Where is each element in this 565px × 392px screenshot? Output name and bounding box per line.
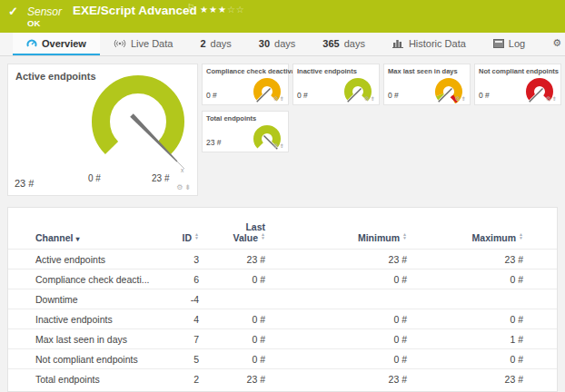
column-header-last-value[interactable]: LastValue▲▼	[206, 222, 273, 250]
compliance-gauge	[247, 73, 287, 109]
sensor-header-bar: ✓ Sensor EXE/Script Advanced ⚐ ★★★☆☆ OK	[0, 0, 565, 33]
max-last-seen-gauge	[429, 73, 469, 109]
tab-settings[interactable]: ⚙ Settings	[539, 33, 565, 55]
minimum-value: 0 #	[273, 270, 414, 289]
sort-icon: ▲▼	[261, 232, 265, 240]
last-value: 0 #	[206, 309, 273, 329]
gauge-scale-max: 23 #	[152, 173, 169, 183]
channel-id: 2	[163, 369, 206, 389]
channel-name: Total endpoints	[8, 369, 163, 389]
maximum-value: 0 #	[414, 270, 530, 289]
channel-table: Channel▾ ID▲▼ LastValue▲▼ Minimum▲▼ Maxi…	[8, 222, 558, 388]
gauge-settings-icon[interactable]: ⚙	[455, 95, 461, 102]
sort-icon: ▲▼	[519, 232, 523, 240]
gauge-settings-icon[interactable]: ⚙	[364, 95, 371, 102]
maximum-value: 0 #	[414, 309, 530, 329]
column-header-id[interactable]: ID▲▼	[163, 222, 206, 250]
gauge-panel-max-last-seen[interactable]: Max last seen in days 0 # ⚙⇟	[383, 64, 471, 105]
pin-icon[interactable]: ⇟	[280, 95, 285, 102]
last-value: 23 #	[206, 369, 273, 389]
channel-name: Not compliant endpoints	[8, 349, 163, 369]
tab-30-days[interactable]: 30 days	[245, 33, 310, 55]
sort-desc-icon: ▾	[75, 235, 79, 243]
gauge-panel-total-endpoints[interactable]: Total endpoints 23 # ⚙⇟	[202, 111, 289, 152]
not-compliant-gauge	[520, 73, 560, 109]
table-row: Max last seen in days 7 0 # 0 # 1 #	[8, 329, 558, 349]
tab-365-days[interactable]: 365 days	[309, 33, 379, 55]
minimum-value: 0 #	[273, 349, 414, 369]
column-header-maximum[interactable]: Maximum▲▼	[414, 222, 530, 250]
minimum-value: 0 #	[273, 309, 414, 329]
channel-id: 6	[163, 270, 206, 289]
channel-id: 5	[163, 349, 206, 369]
tab-bar: Overview Live Data 2 days 30 days 365 da…	[0, 33, 565, 56]
minimum-value: 23 #	[273, 369, 414, 389]
gauge-value: 23 #	[15, 178, 34, 189]
tab-log[interactable]: Log	[480, 33, 539, 55]
channel-name: Active endpoints	[8, 250, 163, 270]
pin-icon[interactable]: ⇟	[371, 95, 376, 102]
log-list-icon	[493, 39, 504, 48]
channel-id: 7	[163, 329, 206, 349]
object-kind-label: Sensor	[27, 5, 62, 18]
gauge-value: 0 #	[388, 91, 399, 100]
table-row: Downtime -4	[8, 289, 558, 309]
column-header-channel[interactable]: Channel▾	[8, 222, 163, 250]
maximum-value: 23 #	[414, 250, 530, 270]
gauge-value: 0 #	[206, 91, 217, 100]
pin-icon[interactable]: ⇟	[552, 95, 558, 102]
gauge-icon	[26, 38, 37, 49]
tab-live-data[interactable]: Live Data	[100, 33, 186, 55]
last-value: 23 #	[206, 250, 273, 270]
pin-icon[interactable]: ⇟	[184, 183, 193, 191]
table-row: Total endpoints 2 23 # 23 # 23 #	[8, 369, 558, 389]
sort-icon: ▲▼	[194, 232, 199, 240]
minimum-value: 23 #	[273, 250, 414, 270]
pin-icon[interactable]: ⇟	[280, 142, 285, 149]
tab-2-days[interactable]: 2 days	[186, 33, 244, 55]
maximum-value: 1 #	[414, 329, 530, 349]
maximum-value	[414, 289, 530, 309]
column-header-minimum[interactable]: Minimum▲▼	[273, 222, 414, 250]
gauge-value: 0 #	[479, 91, 490, 100]
maximum-value: 0 #	[414, 349, 530, 369]
gauge-settings-icon[interactable]: ⚙	[273, 142, 280, 149]
minimum-value: 0 #	[273, 329, 414, 349]
last-value	[206, 289, 273, 309]
last-value: 0 #	[206, 329, 273, 349]
table-row: Active endpoints 3 23 # 23 # 23 #	[8, 250, 558, 270]
settings-gear-icon: ⚙	[552, 38, 561, 48]
gauge-panel-compliance-check[interactable]: Compliance check deactivated 0 # ⚙⇟	[202, 64, 289, 105]
stars-empty: ☆☆	[227, 5, 245, 15]
gauge-settings-icon[interactable]: ⚙	[546, 95, 552, 102]
priority-stars[interactable]: ★★★☆☆	[200, 5, 245, 15]
pin-icon[interactable]: ⇟	[461, 95, 467, 102]
channel-table-panel: Channel▾ ID▲▼ LastValue▲▼ Minimum▲▼ Maxi…	[7, 207, 558, 392]
channel-id: 4	[163, 309, 206, 329]
column-header-actions	[530, 222, 558, 250]
channel-id: 3	[163, 250, 206, 270]
table-row: Compliance check deacti... 6 0 # 0 # 0 #	[8, 270, 558, 289]
gauge-value: 0 #	[297, 91, 308, 100]
active-endpoints-gauge: x	[8, 64, 199, 197]
gauge-panel-active-endpoints[interactable]: Active endpoints x 0 # 23 # 23 # ⚙⇟	[7, 64, 198, 196]
channel-name: Max last seen in days	[8, 329, 163, 349]
minimum-value	[273, 289, 414, 309]
table-row: Inactive endpoints 4 0 # 0 # 0 #	[8, 309, 558, 329]
gauge-settings-icon[interactable]: ⚙	[273, 95, 280, 102]
sensor-title: EXE/Script Advanced	[73, 4, 197, 17]
last-value: 0 #	[206, 270, 273, 289]
status-ok-check-icon: ✓	[8, 5, 18, 18]
channel-name: Compliance check deacti...	[8, 270, 163, 289]
tab-historic-data[interactable]: Historic Data	[379, 33, 480, 55]
bar-chart-icon	[392, 38, 404, 48]
gauge-settings-icon[interactable]: ⚙	[176, 183, 184, 191]
inactive-gauge	[338, 73, 378, 109]
gauge-scale-min: 0 #	[88, 173, 101, 183]
gauge-panel-not-compliant[interactable]: Not compliant endpoints 0 # ⚙⇟	[474, 64, 561, 105]
channel-name: Downtime	[8, 289, 163, 309]
live-signal-icon	[114, 38, 126, 48]
gauge-panel-inactive-endpoints[interactable]: Inactive endpoints 0 # ⚙⇟	[292, 64, 380, 105]
tab-overview[interactable]: Overview	[13, 33, 100, 55]
table-row: Not compliant endpoints 5 0 # 0 # 0 #	[8, 349, 558, 369]
